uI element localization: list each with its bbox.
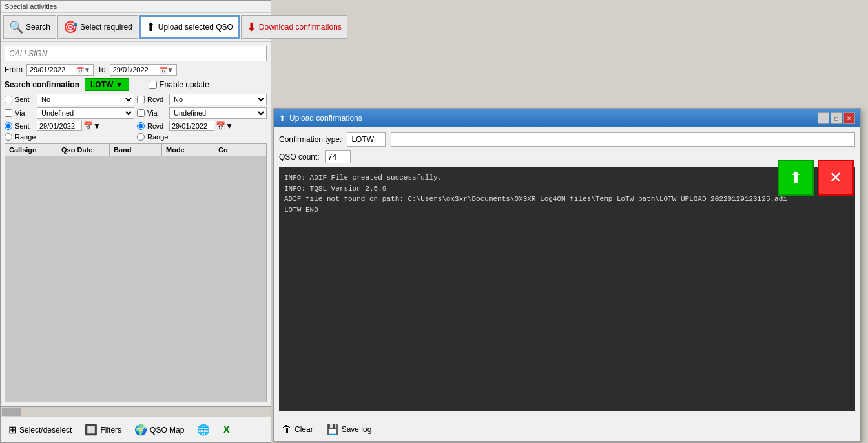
conf-type-label: Confirmation type: xyxy=(279,135,342,144)
qso-count-label: QSO count: xyxy=(279,152,320,161)
qso-count-input[interactable] xyxy=(325,150,351,163)
bottom-toolbar: ⊞ Select/deselect 🔲 Filters 🌍 QSO Map 🌐 … xyxy=(1,417,271,442)
upload-icon: ⬆ xyxy=(146,20,156,34)
sent-date-row: Sent 📅▼ xyxy=(5,121,134,131)
clear-icon: 🗑 xyxy=(282,424,292,435)
rcvd-label: Rcvd xyxy=(147,96,167,103)
range-radio-right[interactable] xyxy=(137,133,145,141)
upload-action-button[interactable]: ⬆ xyxy=(778,160,814,196)
via-select-right[interactable]: Undefined xyxy=(169,107,267,119)
maximize-button[interactable]: □ xyxy=(831,112,842,124)
qso-map-button[interactable]: 🌍 QSO Map xyxy=(132,422,187,437)
col-mode: Mode xyxy=(162,144,214,156)
conf-type-extra-input[interactable] xyxy=(391,132,855,147)
dialog-title: ⬆ Upload confirmations xyxy=(279,114,362,123)
from-date-input[interactable] xyxy=(30,66,75,74)
close-button[interactable]: ✕ xyxy=(843,112,855,124)
from-date-field[interactable]: 📅▼ xyxy=(26,64,94,76)
sent-checkbox[interactable] xyxy=(5,96,12,103)
select-deselect-icon: ⊞ xyxy=(8,424,17,436)
col-co: Co xyxy=(214,144,266,156)
col-callsign: Callsign xyxy=(5,144,57,156)
select-required-icon: 🎯 xyxy=(63,20,78,34)
rcvd-date-field[interactable]: 📅▼ xyxy=(169,121,233,131)
title-bar: Special activities xyxy=(1,1,271,13)
clear-button[interactable]: 🗑 Clear xyxy=(279,422,316,437)
to-label: To xyxy=(98,65,106,74)
rcvd-date-label: Rcvd xyxy=(147,122,167,130)
excel-icon: X xyxy=(223,424,230,436)
via-filter-row-left: Via Undefined xyxy=(5,107,134,119)
rcvd-filter-row: Rcvd No xyxy=(137,94,267,105)
rcvd-checkbox[interactable] xyxy=(137,96,145,103)
log-output: INFO: ADIF File created successfully.INF… xyxy=(279,167,855,411)
range-row-right: Range xyxy=(137,133,267,141)
globe-icon: 🌐 xyxy=(197,424,210,436)
via-filter-row-right: Via Undefined xyxy=(137,107,267,119)
main-toolbar: 🔍 Search 🎯 Select required ⬆ Upload sele… xyxy=(1,13,271,42)
cancel-action-button[interactable]: ✕ xyxy=(818,160,854,196)
from-label: From xyxy=(5,65,23,74)
range-radio-left[interactable] xyxy=(5,133,12,141)
via-label-right: Via xyxy=(147,109,167,117)
results-table: Callsign Qso Date Band Mode Co xyxy=(5,143,267,402)
dropdown-arrow: ▼ xyxy=(116,80,123,89)
excel-button[interactable]: X xyxy=(220,423,232,437)
dialog-overlay: ⬆ Upload confirmations — □ ✕ ⬆ ✕ xyxy=(271,0,868,443)
upload-dialog: ⬆ Upload confirmations — □ ✕ ⬆ ✕ xyxy=(273,108,861,442)
from-calendar-icon[interactable]: 📅▼ xyxy=(76,67,90,74)
sent-label: Sent xyxy=(15,96,34,103)
sent-date-field[interactable]: 📅▼ xyxy=(37,121,101,131)
save-log-button[interactable]: 💾 Save log xyxy=(324,422,375,437)
filter-col-left: Sent No Via Undefined Sent xyxy=(5,94,134,141)
filters-grid: Sent No Via Undefined Sent xyxy=(5,94,267,141)
rcvd-radio[interactable] xyxy=(137,122,145,130)
qso-map-icon: 🌍 xyxy=(134,424,147,436)
filters-button[interactable]: 🔲 Filters xyxy=(82,422,124,437)
rcvd-date-cal[interactable]: 📅▼ xyxy=(216,121,233,130)
select-deselect-button[interactable]: ⊞ Select/deselect xyxy=(6,422,74,437)
app-title: Special activities xyxy=(5,3,57,10)
main-content: From 📅▼ To 📅▼ Search confirmation LOTW ▼ xyxy=(1,42,271,406)
dialog-controls: — □ ✕ xyxy=(818,112,855,124)
callsign-input[interactable] xyxy=(5,46,267,61)
range-label-left: Range xyxy=(15,133,36,141)
date-range-row: From 📅▼ To 📅▼ xyxy=(5,64,267,76)
save-icon: 💾 xyxy=(326,423,339,435)
conf-type-input[interactable] xyxy=(347,132,386,147)
to-calendar-icon[interactable]: 📅▼ xyxy=(160,67,174,74)
rcvd-select[interactable]: No xyxy=(169,94,267,105)
lotw-dropdown[interactable]: LOTW ▼ xyxy=(85,78,129,91)
minimize-button[interactable]: — xyxy=(818,112,829,124)
upload-qso-button[interactable]: ⬆ Upload selected QSO xyxy=(140,15,240,39)
enable-update-label: Enable update xyxy=(160,80,209,89)
dialog-content: ⬆ ✕ Confirmation type: QSO count: INFO: … xyxy=(274,127,860,417)
table-header: Callsign Qso Date Band Mode Co xyxy=(5,144,266,156)
sent-filter-row: Sent No xyxy=(5,94,134,105)
search-icon: 🔍 xyxy=(9,20,23,34)
filter-col-right: Rcvd No Via Undefined Rcvd xyxy=(137,94,267,141)
horizontal-scrollbar[interactable] xyxy=(1,406,271,417)
sent-date-label: Sent xyxy=(15,122,34,130)
sent-select[interactable]: No xyxy=(37,94,134,105)
via-checkbox-left[interactable] xyxy=(5,109,12,117)
search-button[interactable]: 🔍 Search xyxy=(3,15,56,39)
to-date-input[interactable] xyxy=(113,66,158,74)
via-select-left[interactable]: Undefined xyxy=(37,107,134,119)
download-icon: ⬇ xyxy=(247,20,256,34)
enable-update-checkbox[interactable] xyxy=(149,81,157,89)
sent-date-cal[interactable]: 📅▼ xyxy=(83,121,101,130)
scrollbar-thumb[interactable] xyxy=(2,408,21,416)
dialog-bottom-toolbar: 🗑 Clear 💾 Save log xyxy=(274,417,860,441)
to-date-field[interactable]: 📅▼ xyxy=(110,64,177,76)
via-checkbox-right[interactable] xyxy=(137,109,145,117)
table-body xyxy=(5,156,266,318)
globe-button[interactable]: 🌐 xyxy=(194,422,212,437)
action-buttons: ⬆ ✕ xyxy=(778,160,854,196)
sent-radio[interactable] xyxy=(5,122,12,130)
select-required-button[interactable]: 🎯 Select required xyxy=(57,15,138,39)
search-confirmation-row: Search confirmation LOTW ▼ xyxy=(5,78,129,91)
sent-date-input[interactable] xyxy=(37,121,82,131)
rcvd-date-input[interactable] xyxy=(169,121,214,131)
dialog-title-bar: ⬆ Upload confirmations — □ ✕ xyxy=(274,109,860,127)
